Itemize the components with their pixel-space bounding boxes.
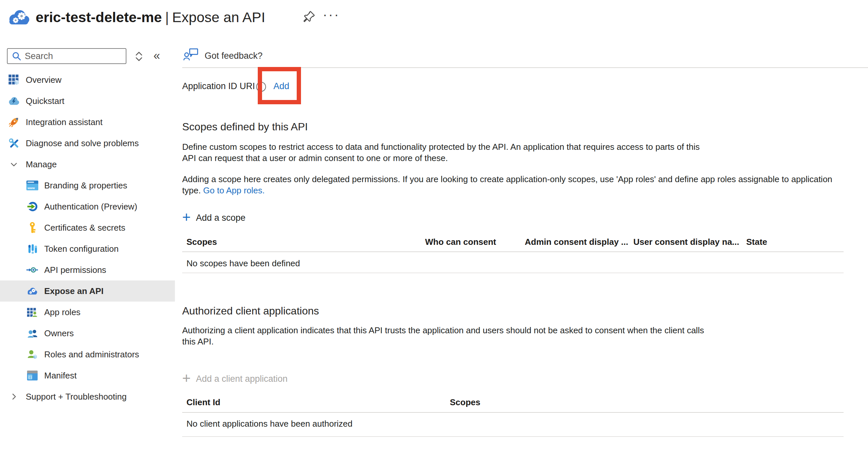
clients-empty-message: No client applications have been authori… (186, 419, 352, 429)
who-can-consent-col-header: Who can consent (425, 237, 496, 247)
scopes-col-header: Scopes (186, 237, 217, 247)
expose-api-cloud-icon (26, 286, 38, 296)
roles-admins-icon (26, 350, 38, 359)
quickstart-icon (8, 97, 20, 105)
feedback-icon (184, 48, 199, 63)
rocket-icon (8, 117, 20, 127)
title-separator: | (162, 9, 172, 25)
scopes-section-description: Define custom scopes to restrict access … (182, 141, 723, 164)
sidebar-item-label: Overview (26, 75, 61, 85)
state-col-header: State (746, 237, 767, 247)
scopes-note-text: Adding a scope here creates only delegat… (182, 174, 832, 195)
sidebar-item-authentication[interactable]: Authentication (Preview) (0, 196, 175, 217)
owners-icon (26, 329, 38, 338)
expose-an-api-page: eric-test-delete-me|Expose an API ··· Se… (0, 0, 868, 458)
plus-icon: + (182, 371, 191, 385)
overview-icon (8, 74, 20, 85)
sidebar-group-manage[interactable]: Manage (0, 154, 175, 175)
client-id-col-header: Client Id (186, 397, 220, 407)
browser-www-icon: www (26, 181, 38, 190)
scopes-table-header-divider (182, 252, 844, 252)
sidebar-item-label: Certificates & secrets (44, 223, 125, 233)
sidebar-item-token-configuration[interactable]: Token configuration (0, 238, 175, 259)
admin-consent-col-header: Admin consent display ... (525, 237, 628, 247)
sidebar-item-api-permissions[interactable]: API permissions (0, 259, 175, 281)
sidebar-item-label: Branding & properties (44, 181, 127, 191)
scopes-section-note: Adding a scope here creates only delegat… (182, 173, 839, 196)
sidebar-item-label: Authentication (Preview) (44, 202, 137, 212)
sidebar-item-roles-and-administrators[interactable]: Roles and administrators (0, 344, 175, 365)
key-icon (26, 222, 38, 234)
pin-icon[interactable] (302, 10, 316, 25)
sidebar-item-owners[interactable]: Owners (0, 323, 175, 344)
go-to-app-roles-link[interactable]: Go to App roles. (203, 186, 265, 195)
scopes-table-bottom-divider (182, 272, 844, 273)
sidebar-item-certificates[interactable]: Certificates & secrets (0, 217, 175, 238)
add-a-scope-button[interactable]: + Add a scope (182, 210, 246, 225)
collapse-menu-icon[interactable]: « (153, 49, 160, 63)
svg-text:{ }: { } (28, 375, 32, 379)
sidebar-item-label: Owners (44, 328, 74, 338)
clients-scopes-col-header: Scopes (450, 397, 480, 407)
application-id-uri-label: Application ID URI (182, 81, 255, 91)
sidebar-item-label: Integration assistant (26, 117, 103, 127)
sidebar-item-integration-assistant[interactable]: Integration assistant (0, 111, 175, 133)
chevron-right-icon (8, 392, 20, 401)
sidebar-item-quickstart[interactable]: Quickstart (0, 90, 175, 111)
search-input[interactable]: Search (7, 48, 126, 64)
authentication-icon (26, 201, 38, 212)
sidebar-item-manifest[interactable]: { } Manifest (0, 365, 175, 386)
page-title: eric-test-delete-me|Expose an API (36, 9, 265, 25)
scopes-section-title: Scopes defined by this API (182, 121, 308, 133)
sidebar-item-diagnose[interactable]: Diagnose and solve problems (0, 133, 175, 154)
scopes-empty-message: No scopes have been defined (186, 258, 300, 269)
clients-table-bottom-divider (182, 436, 844, 437)
sidebar-menu: Overview Quickstart (0, 69, 175, 407)
app-roles-icon (26, 307, 38, 317)
sidebar-item-label: Manage (26, 159, 57, 170)
got-feedback-button[interactable]: Got feedback? (184, 48, 263, 63)
sidebar-item-expose-an-api[interactable]: Expose an API (0, 281, 175, 302)
more-options-icon[interactable]: ··· (323, 7, 340, 22)
user-consent-col-header: User consent display na... (633, 237, 739, 247)
sidebar-item-label: API permissions (44, 265, 106, 275)
sidebar-item-label: Expose an API (44, 286, 104, 296)
sidebar-item-branding[interactable]: www Branding & properties (0, 175, 175, 196)
authorized-clients-description: Authorizing a client application indicat… (182, 325, 743, 347)
plus-icon: + (182, 210, 191, 224)
tools-icon (8, 138, 20, 149)
sidebar-item-label: Quickstart (26, 96, 64, 106)
sidebar-item-app-roles[interactable]: App roles (0, 302, 175, 323)
sidebar-item-label: Token configuration (44, 244, 119, 254)
api-permissions-icon (26, 266, 38, 273)
feedback-label: Got feedback? (205, 51, 263, 61)
resize-menu-icon[interactable] (134, 51, 144, 63)
sidebar-item-label: App roles (44, 307, 81, 318)
chevron-down-icon (8, 159, 20, 169)
sidebar-item-overview[interactable]: Overview (0, 69, 175, 90)
svg-text:www: www (27, 186, 35, 190)
search-icon (11, 51, 22, 61)
app-registration-icon (7, 8, 32, 28)
search-placeholder: Search (25, 51, 53, 61)
token-sliders-icon (26, 243, 38, 254)
add-client-application-button[interactable]: + Add a client application (182, 371, 287, 386)
sidebar-item-label: Support + Troubleshooting (26, 392, 127, 402)
app-name: eric-test-delete-me (36, 9, 162, 25)
annotation-red-rectangle (258, 67, 301, 104)
clients-table-header-divider (182, 412, 844, 413)
blade-name: Expose an API (172, 9, 265, 25)
sidebar-item-label: Diagnose and solve problems (26, 138, 139, 149)
sidebar-item-label: Roles and administrators (44, 350, 139, 360)
manifest-icon: { } (26, 370, 38, 381)
authorized-clients-title: Authorized client applications (182, 305, 319, 317)
sidebar-group-support-troubleshooting[interactable]: Support + Troubleshooting (0, 386, 175, 407)
sidebar-item-label: Manifest (44, 370, 76, 381)
